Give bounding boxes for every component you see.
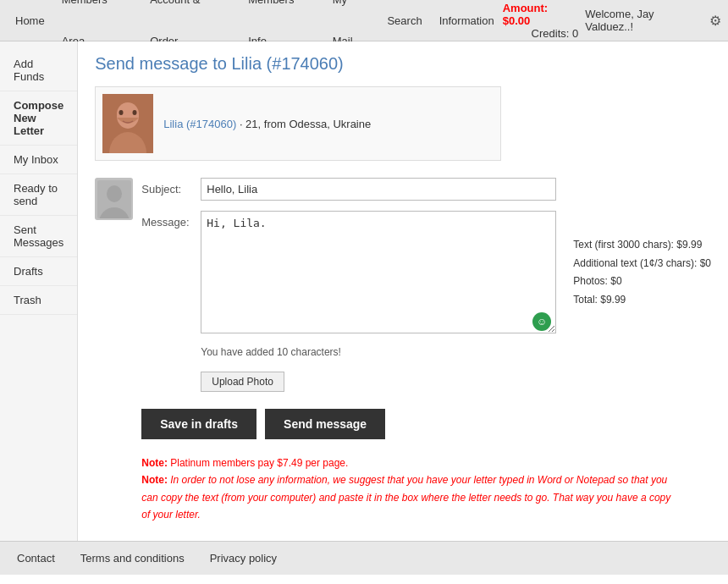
sidebar-item-trash[interactable]: Trash [0, 286, 77, 315]
svg-point-5 [133, 110, 137, 115]
top-navigation: Home Members Area Account & Order Member… [0, 0, 728, 41]
note2: Note: In order to not lose any informati… [141, 471, 675, 523]
recipient-photo [102, 94, 153, 153]
message-label: Message: [141, 211, 201, 229]
user-avatar [95, 178, 133, 220]
footer-privacy[interactable]: Privacy policy [210, 552, 277, 565]
sidebar-item-add-funds[interactable]: Add Funds [0, 50, 77, 91]
send-message-button[interactable]: Send message [265, 409, 385, 439]
sidebar: Add Funds Compose New Letter My Inbox Re… [0, 41, 78, 541]
subject-input[interactable] [201, 178, 556, 201]
amount-label: Amount: $0.00 [503, 2, 579, 27]
note2-label: Note: [141, 474, 168, 486]
textarea-wrapper: Hi, Lila. ☺ [201, 211, 556, 336]
subject-row: Subject: [141, 178, 717, 201]
pricing-panel: Text (first 3000 chars): $9.99 Additiona… [573, 236, 717, 392]
credits-label: Credits: 0 [532, 27, 579, 40]
sidebar-item-compose-new-letter[interactable]: Compose New Letter [0, 91, 77, 146]
sidebar-item-sent-messages[interactable]: Sent Messages [0, 216, 77, 257]
note2-text: In order to not lose any information, we… [141, 474, 670, 521]
content-area: Send message to Lilia (#174060) [78, 41, 728, 541]
page-title: Send message to Lilia (#174060) [95, 54, 717, 74]
pricing-text: Text (first 3000 chars): $9.99 [573, 236, 717, 255]
subject-label: Subject: [141, 178, 201, 196]
notes-section: Note: Platinum members pay $7.49 per pag… [141, 455, 675, 524]
message-input[interactable]: Hi, Lila. [201, 211, 556, 333]
footer: Contact Terms and conditions Privacy pol… [0, 541, 728, 575]
note1-text: Platinum members pay $7.49 per page. [168, 457, 348, 469]
sidebar-item-drafts[interactable]: Drafts [0, 257, 77, 286]
sidebar-item-ready-to-send[interactable]: Ready to send [0, 174, 77, 216]
upload-photo-wrapper: Upload Photo [201, 365, 556, 392]
message-row: Message: Hi, Lila. ☺ [141, 211, 556, 336]
recipient-card: Lilia (#174060) · 21, from Odessa, Ukrai… [95, 86, 501, 161]
note1: Note: Platinum members pay $7.49 per pag… [141, 455, 675, 471]
recipient-name-link[interactable]: Lilia (#174060) [163, 118, 236, 130]
pricing-additional: Additional text (1¢/3 chars): $0 [573, 255, 717, 273]
save-drafts-button[interactable]: Save in drafts [141, 409, 256, 439]
pricing-total: Total: $9.99 [573, 291, 717, 310]
main-layout: Add Funds Compose New Letter My Inbox Re… [0, 41, 728, 541]
svg-point-7 [107, 185, 122, 202]
recipient-details: Lilia (#174060) · 21, from Odessa, Ukrai… [163, 118, 371, 130]
recipient-info: · 21, from Odessa, Ukraine [236, 118, 371, 130]
note1-label: Note: [141, 457, 168, 469]
svg-point-4 [119, 110, 124, 115]
upload-photo-button[interactable]: Upload Photo [201, 372, 284, 392]
gear-icon[interactable]: ⚙ [709, 13, 721, 29]
footer-terms[interactable]: Terms and conditions [80, 552, 185, 565]
nav-search[interactable]: Search [378, 0, 430, 41]
welcome-label: Welcome, Jay Valduez..! [585, 8, 705, 33]
message-col: Message: Hi, Lila. ☺ You have added 10 c… [141, 211, 556, 392]
account-info: Amount: $0.00 Credits: 0 [503, 2, 579, 40]
action-buttons: Save in drafts Send message [141, 409, 717, 439]
compose-form: Subject: Message: Hi, Lila. ☺ You ha [141, 178, 717, 524]
footer-contact[interactable]: Contact [17, 552, 55, 565]
compose-section: Subject: Message: Hi, Lila. ☺ You ha [95, 178, 717, 524]
sidebar-item-my-inbox[interactable]: My Inbox [0, 146, 77, 174]
nav-home[interactable]: Home [7, 0, 53, 41]
message-pricing-row: Message: Hi, Lila. ☺ You have added 10 c… [141, 211, 717, 392]
char-count: You have added 10 characters! [201, 346, 556, 358]
pricing-photos: Photos: $0 [573, 273, 717, 291]
nav-information[interactable]: Information [431, 0, 503, 41]
